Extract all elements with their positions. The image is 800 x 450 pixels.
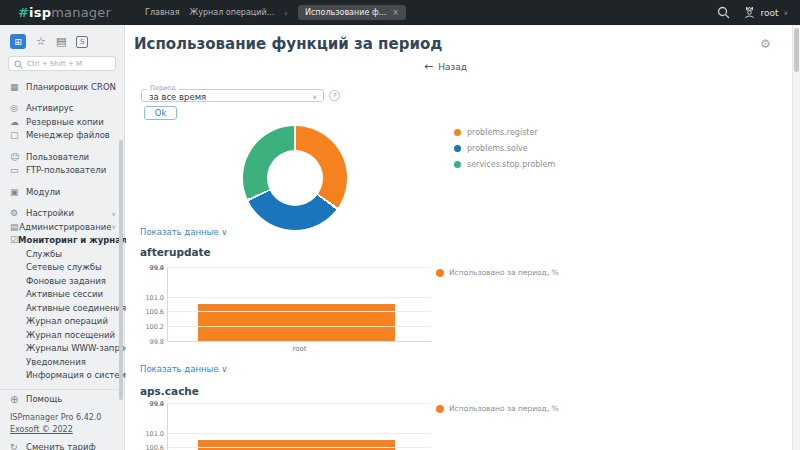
refresh-circle-icon: ↻ [10,442,26,450]
main-content: Использование функций за период ⚙ ← Наза… [126,25,792,450]
legend-dot-icon [454,129,461,136]
y-tick-label: 101.0 [145,294,164,302]
sidebar-menu: ▦ Планировщик CRON ◎ Антивирус ☁ Резервн… [0,80,124,382]
gridline: 100.2 [168,326,431,327]
period-field-label: Период [147,84,179,92]
back-button[interactable]: ← Назад [424,60,467,73]
scrollbar-thumb[interactable] [794,28,799,72]
menu-sections-icon[interactable]: ⊞ [10,34,26,49]
sidebar-item-services[interactable]: Службы [0,247,124,261]
chart-title-afterupdate: afterupdate [140,246,211,258]
sidebar-item-ftp-users[interactable]: ▭ FTP-пользователи [0,164,124,178]
sidebar-scrollbar[interactable] [119,140,123,400]
shield-icon: ◎ [10,103,26,113]
sidebar-item-background-tasks[interactable]: Фоновые задания [0,274,124,288]
sidebar-item-www-logs[interactable]: Журналы WWW-запросов [0,342,124,356]
legend-item[interactable]: problems.register [454,128,555,137]
x-category-label: root [168,345,431,353]
sidebar-item-antivirus[interactable]: ◎ Антивирус [0,102,124,116]
sidebar-item-system-info[interactable]: Информация о системе [0,369,124,383]
gear-icon: ⚙ [10,208,26,218]
admin-panel-icon: ▤ [10,222,19,232]
logo-hash-icon: # [18,5,29,20]
monitoring-icon: ☑ [10,235,18,245]
y-tick-label: 100.2 [145,323,164,331]
tab-usage-active[interactable]: Использование ф... × [298,5,406,20]
briefcase-icon[interactable]: ▤ [56,36,66,47]
y-tick-label: 99.0 [150,264,164,272]
bar-chart-legend-2[interactable]: Использовано за период, % [436,404,559,413]
change-tariff-button[interactable]: ↻ Сменить тариф [10,442,124,450]
sidebar-item-active-sessions[interactable]: Активные сессии [0,288,124,302]
legend-dot-icon [436,269,444,277]
sidebar-item-settings[interactable]: ⚙ Настройки ∨ [0,207,124,221]
y-tick-label: 101.0 [145,430,164,438]
version-label: ISPmanager Pro 6.42.0 [10,413,124,422]
sidebar-item-network-services[interactable]: Сетевые службы [0,261,124,275]
search-icon [14,54,23,73]
gridline: 100.6 [168,447,431,448]
sidebar-item-active-connections[interactable]: Активные соединения [0,301,124,315]
sidebar-item-operations-log[interactable]: Журнал операций [0,315,124,329]
gridline: 101.0 [168,433,431,434]
sidebar-item-cron[interactable]: ▦ Планировщик CRON [0,80,124,94]
sidebar-item-backups[interactable]: ☁ Резервные копии [0,115,124,129]
back-arrow-icon: ← [424,60,433,73]
legend-dot-icon [454,161,461,168]
sidebar-divider [0,389,124,390]
page-settings-gear-icon[interactable]: ⚙ [760,37,771,51]
sidebar-item-notifications[interactable]: Уведомления [0,355,124,369]
ok-button[interactable]: Ok [144,106,177,120]
period-selected-value: за все время [149,92,206,102]
gridline: 101.0 [168,297,431,298]
sidebar-item-users[interactable]: ☺ Пользователи [0,150,124,164]
donut-hole [267,150,323,206]
tab-separator-icon: › [284,8,288,18]
legend-item[interactable]: problems.solve [454,144,555,153]
chevron-icon: ∨ [112,223,116,230]
gridline: 99.8 [168,341,431,342]
root-user-icon [743,6,756,19]
gridline: 100.6 [168,311,431,312]
sidebar-search-input[interactable]: Ctrl + Shift + M [8,56,116,71]
show-data-link-1[interactable]: Показать данные ∨ [140,227,227,237]
module-icon: ▣ [10,187,26,197]
usage-bar[interactable] [198,440,395,450]
show-data-link-2[interactable]: Показать данные ∨ [140,364,227,374]
user-menu[interactable]: root ∨ [743,6,788,19]
chevron-icon: ∨ [112,210,116,217]
chart-title-aps-cache: aps.cache [140,385,199,397]
bar-chart-legend-1[interactable]: Использовано за период, % [436,268,559,277]
copyright-link[interactable]: Exosoft © 2022 [10,425,124,434]
snippets-icon[interactable]: S [76,36,88,48]
favorites-star-icon[interactable]: ☆ [36,36,46,47]
tab-home[interactable]: Главная [145,8,180,17]
bar-chart-afterupdate: root 101.0 100.6 100.2 99.8 99.4 99.0 [167,267,431,341]
sidebar-item-modules[interactable]: ▣ Модули [0,185,124,199]
gridline: 99.0 [168,403,431,404]
legend-dot-icon [454,145,461,152]
calendar-grid-icon: ▦ [10,82,26,92]
page-title: Использование функций за период [134,35,442,53]
monitor-icon: ▭ [10,165,26,175]
donut-legend: problems.register problems.solve service… [454,128,555,176]
sidebar-item-administration[interactable]: ▤ Администрирование ∨ [0,220,124,234]
sidebar-item-visits-log[interactable]: Журнал посещений [0,328,124,342]
sidebar-item-monitoring[interactable]: ☑ Мониторинг и журналы ∧ [0,234,124,248]
sidebar-item-help[interactable]: ⊕ Помощь [0,392,124,406]
y-tick-label: 100.6 [145,308,164,316]
usage-bar[interactable] [198,304,395,341]
tab-bar: Главная Журнал операций... › Использован… [145,0,406,25]
legend-item[interactable]: services.stop.problem [454,160,555,169]
y-tick-label: 99.0 [150,400,164,408]
search-placeholder: Ctrl + Shift + M [27,60,82,68]
sidebar-item-file-manager[interactable]: ▢ Менеджер файлов [0,129,124,143]
cloud-icon: ☁ [10,117,26,127]
chevron-down-icon: ∨ [784,9,788,16]
close-tab-icon[interactable]: × [392,8,399,17]
tab-operations-log[interactable]: Журнал операций... [190,8,275,17]
window-scrollbar [792,25,800,450]
search-icon[interactable] [717,6,730,19]
top-bar: #ispmanager Главная Журнал операций... ›… [0,0,800,25]
help-circle-icon[interactable]: ? [329,90,340,101]
